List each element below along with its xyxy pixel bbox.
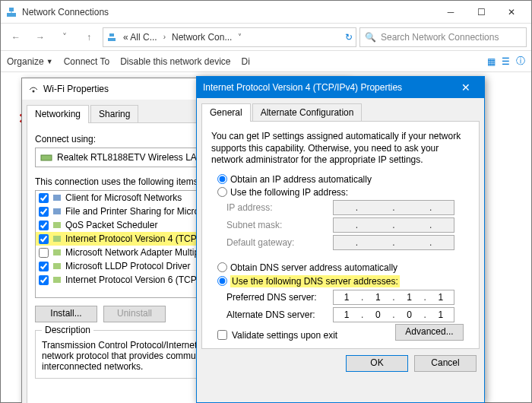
ip-address-label: IP address: xyxy=(226,202,333,213)
preferred-dns-input[interactable]: 1. 1. 1. 1 xyxy=(333,290,454,305)
item-checkbox[interactable] xyxy=(39,221,49,230)
component-icon xyxy=(52,206,62,217)
network-icon xyxy=(106,32,117,43)
gateway-input: ... xyxy=(333,235,454,250)
tab-strip: General Alternate Configuration xyxy=(197,98,484,121)
view-details-icon[interactable]: ▦ xyxy=(487,56,496,67)
search-input[interactable]: 🔍 Search Network Connections xyxy=(359,27,527,47)
tab-general[interactable]: General xyxy=(201,103,251,122)
svg-rect-10 xyxy=(53,236,61,242)
forward-button[interactable]: → xyxy=(30,27,51,48)
command-bar: Organize ▼ Connect To Disable this netwo… xyxy=(1,51,531,72)
description-legend: Description xyxy=(42,325,93,335)
ip-auto-radio[interactable]: Obtain an IP address automatically xyxy=(217,174,470,185)
advanced-button[interactable]: Advanced... xyxy=(395,324,464,341)
disable-device-button[interactable]: Disable this network device xyxy=(120,56,230,67)
back-button[interactable]: ← xyxy=(5,27,27,48)
ip-manual-radio[interactable]: Use the following IP address: xyxy=(217,187,470,198)
breadcrumb-item[interactable]: Network Con... xyxy=(169,32,235,43)
radio-input[interactable] xyxy=(217,187,227,197)
tab-alternate[interactable]: Alternate Configuration xyxy=(252,103,363,122)
cancel-button[interactable]: Cancel xyxy=(414,355,477,372)
subnet-label: Subnet mask: xyxy=(226,220,333,230)
component-icon xyxy=(52,220,62,230)
tab-networking[interactable]: Networking xyxy=(27,105,89,123)
svg-rect-11 xyxy=(53,249,61,255)
component-icon xyxy=(52,247,62,258)
uninstall-button[interactable]: Uninstall xyxy=(103,306,166,322)
address-bar[interactable]: « All C... › Network Con... ˅ ↻ xyxy=(103,27,356,47)
svg-rect-0 xyxy=(7,13,16,17)
radio-input[interactable] xyxy=(217,262,227,272)
item-checkbox[interactable] xyxy=(39,234,49,244)
tab-sharing[interactable]: Sharing xyxy=(90,105,138,123)
general-panel: You can get IP settings assigned automat… xyxy=(201,121,480,349)
item-checkbox[interactable] xyxy=(39,275,49,285)
dns-manual-radio[interactable]: Use the following DNS server addresses: xyxy=(217,275,470,287)
dialog-titlebar: Internet Protocol Version 4 (TCP/IPv4) P… xyxy=(197,77,484,98)
item-checkbox[interactable] xyxy=(39,248,49,258)
component-icon xyxy=(52,261,62,271)
item-checkbox[interactable] xyxy=(39,193,49,203)
close-icon[interactable]: ✕ xyxy=(454,81,478,94)
ipv4-properties-dialog: Internet Protocol Version 4 (TCP/IPv4) P… xyxy=(196,76,485,403)
help-text: You can get IP settings assigned automat… xyxy=(211,131,470,167)
diagnose-button[interactable]: Di xyxy=(242,56,250,67)
adapter-icon xyxy=(40,152,52,163)
svg-rect-12 xyxy=(53,263,61,269)
dialog-buttons: OK Cancel xyxy=(197,349,484,378)
explorer-titlebar: Network Connections ─ ☐ ✕ xyxy=(1,1,531,24)
organize-menu[interactable]: Organize ▼ xyxy=(7,56,53,67)
ok-button[interactable]: OK xyxy=(346,355,408,372)
svg-rect-4 xyxy=(109,33,114,36)
svg-rect-1 xyxy=(9,8,14,11)
ip-address-input: ... xyxy=(333,200,454,215)
window-title: Network Connections xyxy=(22,7,435,17)
refresh-icon[interactable]: ↻ xyxy=(345,32,353,43)
connect-to-button[interactable]: Connect To xyxy=(64,56,110,67)
help-icon[interactable]: ⓘ xyxy=(516,55,525,68)
protocol-icon xyxy=(52,233,62,244)
breadcrumb-item[interactable]: « All C... xyxy=(120,32,160,43)
history-dropdown[interactable]: ˅ xyxy=(54,27,75,48)
component-icon xyxy=(52,192,62,203)
svg-rect-13 xyxy=(53,277,61,283)
search-placeholder: Search Network Connections xyxy=(381,32,499,43)
chevron-right-icon: › xyxy=(163,33,166,41)
radio-input[interactable] xyxy=(217,276,227,286)
view-list-icon[interactable]: ☰ xyxy=(502,56,510,67)
close-button[interactable]: ✕ xyxy=(496,2,527,23)
maximize-button[interactable]: ☐ xyxy=(466,2,496,23)
search-icon: 🔍 xyxy=(365,32,376,43)
install-button[interactable]: Install... xyxy=(35,306,97,322)
protocol-icon xyxy=(52,274,62,285)
alternate-dns-input[interactable]: 1. 0. 0. 1 xyxy=(333,307,454,322)
up-button[interactable]: ↑ xyxy=(78,27,100,48)
gateway-label: Default gateway: xyxy=(226,237,333,248)
minimize-button[interactable]: ─ xyxy=(435,2,466,23)
alt-dns-label: Alternate DNS server: xyxy=(226,309,333,320)
svg-rect-8 xyxy=(53,208,61,214)
wifi-icon xyxy=(28,84,39,94)
item-checkbox[interactable] xyxy=(39,207,49,217)
item-checkbox[interactable] xyxy=(39,262,49,271)
validate-checkbox[interactable] xyxy=(217,330,227,340)
svg-rect-9 xyxy=(53,222,61,228)
network-icon xyxy=(5,6,17,18)
svg-point-5 xyxy=(33,90,35,93)
dns-auto-radio[interactable]: Obtain DNS server address automatically xyxy=(217,262,470,273)
svg-rect-3 xyxy=(108,38,116,41)
subnet-input: ... xyxy=(333,217,454,233)
radio-input[interactable] xyxy=(217,174,227,184)
nav-toolbar: ← → ˅ ↑ « All C... › Network Con... ˅ ↻ … xyxy=(1,24,531,51)
dialog-title: Internet Protocol Version 4 (TCP/IPv4) P… xyxy=(203,82,454,93)
chevron-down-icon[interactable]: ˅ xyxy=(238,33,242,41)
svg-rect-7 xyxy=(53,195,61,201)
pref-dns-label: Preferred DNS server: xyxy=(226,292,333,303)
svg-rect-6 xyxy=(41,155,52,160)
